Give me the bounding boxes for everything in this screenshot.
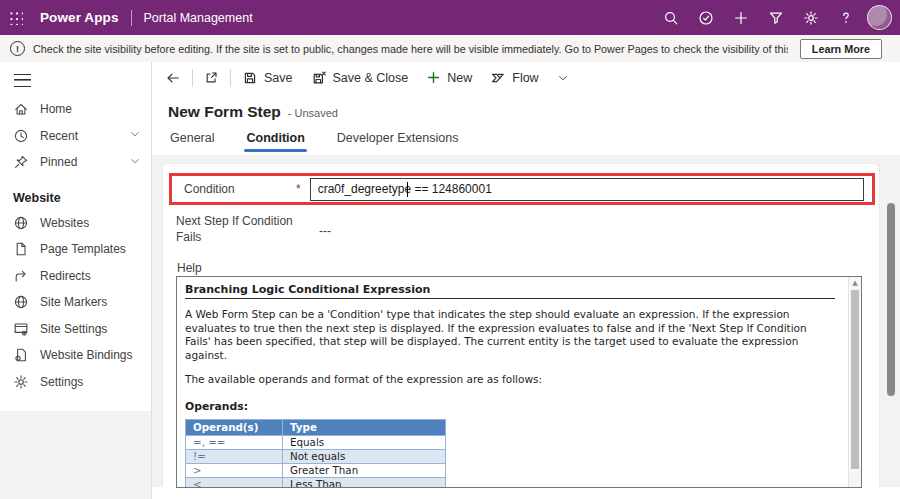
redirect-arrow-icon	[13, 268, 29, 284]
required-marker: *	[296, 182, 301, 196]
help-title-rule	[185, 298, 835, 299]
chevron-down-icon[interactable]	[129, 128, 141, 143]
save-button[interactable]: Save	[233, 65, 302, 91]
hamburger-glyph	[14, 74, 31, 87]
save-icon	[242, 70, 258, 86]
flow-label: Flow	[512, 71, 538, 85]
sidebar-item-label: Redirects	[40, 269, 91, 283]
header-actions	[653, 0, 900, 35]
add-icon	[426, 70, 441, 85]
clock-icon	[13, 128, 29, 144]
page-scrollbar-thumb[interactable]	[887, 203, 895, 396]
sidebar-item-page-templates[interactable]: Page Templates	[0, 236, 151, 263]
waffle-icon[interactable]	[0, 0, 30, 35]
record-title-row: New Form Step - Unsaved	[152, 93, 900, 121]
save-label: Save	[264, 71, 293, 85]
help-paragraph: A Web Form Step can be a 'Condition' typ…	[185, 308, 835, 362]
sidebar-item-label: Site Markers	[40, 295, 107, 309]
new-label: New	[447, 71, 472, 85]
pin-icon	[13, 154, 29, 170]
operand-cell: =, ==	[186, 435, 283, 449]
back-button[interactable]	[156, 65, 190, 91]
settings-gear-icon[interactable]	[793, 0, 828, 35]
type-cell: Not equals	[283, 449, 446, 463]
type-cell: Less Than	[283, 477, 446, 488]
operand-cell: >	[186, 463, 283, 477]
page-binding-icon	[13, 347, 29, 363]
form-card: Condition * Next Step If Condition Fails…	[162, 163, 880, 487]
sidebar-item-pinned[interactable]: Pinned	[0, 149, 151, 176]
globe-icon	[13, 294, 29, 310]
sidebar-item-label: Settings	[40, 375, 83, 389]
operands-heading: Operands:	[185, 400, 835, 413]
environment-name[interactable]: Portal Management	[144, 11, 253, 25]
column-header: Type	[283, 419, 446, 435]
new-button[interactable]: New	[417, 65, 481, 91]
help-icon[interactable]	[828, 0, 863, 35]
open-in-new-window-button[interactable]	[195, 65, 228, 91]
browser-gear-icon	[13, 321, 29, 337]
sidebar-item-label: Home	[40, 102, 72, 116]
condition-field-row-highlighted: Condition *	[169, 173, 875, 205]
flow-icon	[490, 70, 506, 86]
filter-icon[interactable]	[758, 0, 793, 35]
operands-table: Operand(s) Type =, == Equals !	[185, 419, 446, 489]
globe-icon	[13, 215, 29, 231]
table-row: > Greater Than	[186, 463, 446, 477]
form-tabs: General Condition Developer Extensions	[152, 121, 900, 155]
sidebar-item-recent[interactable]: Recent	[0, 123, 151, 150]
sidebar-item-settings[interactable]: Settings	[0, 369, 151, 396]
flow-dropdown-chevron[interactable]	[548, 65, 578, 91]
table-header-row: Operand(s) Type	[186, 419, 446, 435]
toolbar-divider	[230, 69, 231, 87]
sidebar-item-label: Website Bindings	[40, 348, 133, 362]
page-title: New Form Step	[168, 103, 281, 121]
app-name[interactable]: Power Apps	[40, 10, 119, 25]
condition-input[interactable]	[310, 178, 864, 201]
gear-icon	[13, 374, 29, 390]
operand-cell: <	[186, 477, 283, 488]
sitemap-sidebar: Home Recent Pinned Website Websites Page…	[0, 62, 152, 499]
sidebar-item-websites[interactable]: Websites	[0, 210, 151, 237]
hamburger-menu-icon[interactable]	[0, 70, 151, 90]
page-icon	[13, 241, 29, 257]
main-panel: Save Save & Close New Flow New Form Step…	[152, 62, 900, 499]
help-content: Branching Logic Conditional Expression A…	[177, 277, 861, 488]
table-row: =, == Equals	[186, 435, 446, 449]
search-icon[interactable]	[653, 0, 688, 35]
user-avatar[interactable]	[867, 5, 892, 30]
sidebar-section-website: Website	[0, 186, 151, 210]
sidebar-item-website-bindings[interactable]: Website Bindings	[0, 342, 151, 369]
sidebar-item-site-markers[interactable]: Site Markers	[0, 289, 151, 316]
tab-general[interactable]: General	[168, 121, 216, 155]
text-caret	[407, 182, 408, 197]
app-header: Power Apps Portal Management	[0, 0, 900, 35]
sidebar-item-redirects[interactable]: Redirects	[0, 263, 151, 290]
site-visibility-banner: ! Check the site visibility before editi…	[0, 35, 900, 63]
operand-cell: !=	[186, 449, 283, 463]
flow-button[interactable]: Flow	[481, 65, 547, 91]
help-title: Branching Logic Conditional Expression	[185, 283, 835, 296]
type-cell: Greater Than	[283, 463, 446, 477]
column-header: Operand(s)	[186, 419, 283, 435]
environment-check-icon[interactable]	[688, 0, 723, 35]
banner-message: Check the site visibility before editing…	[33, 43, 788, 55]
tab-condition[interactable]: Condition	[244, 121, 306, 155]
add-icon[interactable]	[723, 0, 758, 35]
type-cell: Equals	[283, 435, 446, 449]
next-step-field-value[interactable]: ---	[319, 224, 331, 238]
help-scrollbar[interactable]: ▲	[848, 277, 861, 487]
learn-more-button[interactable]: Learn More	[800, 39, 882, 59]
header-divider	[131, 10, 132, 26]
tab-developer-extensions[interactable]: Developer Extensions	[335, 121, 461, 155]
sidebar-item-site-settings[interactable]: Site Settings	[0, 316, 151, 343]
scroll-up-arrow-icon[interactable]: ▲	[851, 279, 859, 287]
save-and-close-button[interactable]: Save & Close	[302, 65, 418, 91]
help-scrollbar-thumb[interactable]	[851, 290, 859, 469]
waffle-dots	[8, 10, 23, 25]
toolbar-divider	[192, 69, 193, 87]
sidebar-item-home[interactable]: Home	[0, 96, 151, 123]
chevron-down-icon[interactable]	[129, 155, 141, 170]
save-and-close-label: Save & Close	[333, 71, 409, 85]
sidebar-item-label: Websites	[40, 216, 89, 230]
